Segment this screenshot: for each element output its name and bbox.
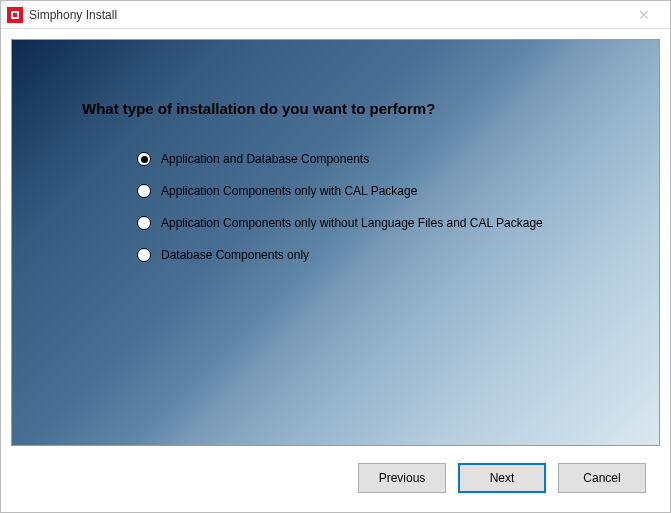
window-title: Simphony Install bbox=[29, 8, 624, 22]
main-panel: What type of installation do you want to… bbox=[11, 39, 660, 446]
next-button[interactable]: Next bbox=[458, 463, 546, 493]
option-app-and-db[interactable]: Application and Database Components bbox=[137, 152, 589, 166]
cancel-button[interactable]: Cancel bbox=[558, 463, 646, 493]
button-row: Previous Next Cancel bbox=[11, 454, 660, 502]
option-label: Application and Database Components bbox=[161, 152, 369, 166]
option-label: Database Components only bbox=[161, 248, 309, 262]
option-app-with-cal[interactable]: Application Components only with CAL Pac… bbox=[137, 184, 589, 198]
previous-button[interactable]: Previous bbox=[358, 463, 446, 493]
radio-icon bbox=[137, 184, 151, 198]
titlebar: Simphony Install ✕ bbox=[1, 1, 670, 29]
install-options: Application and Database Components Appl… bbox=[137, 152, 589, 262]
close-icon[interactable]: ✕ bbox=[624, 2, 664, 28]
installer-window: Simphony Install ✕ What type of installa… bbox=[0, 0, 671, 513]
radio-icon bbox=[137, 216, 151, 230]
content-area: What type of installation do you want to… bbox=[1, 29, 670, 512]
radio-icon bbox=[137, 152, 151, 166]
option-app-without-lang-cal[interactable]: Application Components only without Lang… bbox=[137, 216, 589, 230]
radio-icon bbox=[137, 248, 151, 262]
option-label: Application Components only with CAL Pac… bbox=[161, 184, 417, 198]
option-label: Application Components only without Lang… bbox=[161, 216, 543, 230]
option-db-only[interactable]: Database Components only bbox=[137, 248, 589, 262]
page-heading: What type of installation do you want to… bbox=[82, 100, 589, 117]
app-icon bbox=[7, 7, 23, 23]
